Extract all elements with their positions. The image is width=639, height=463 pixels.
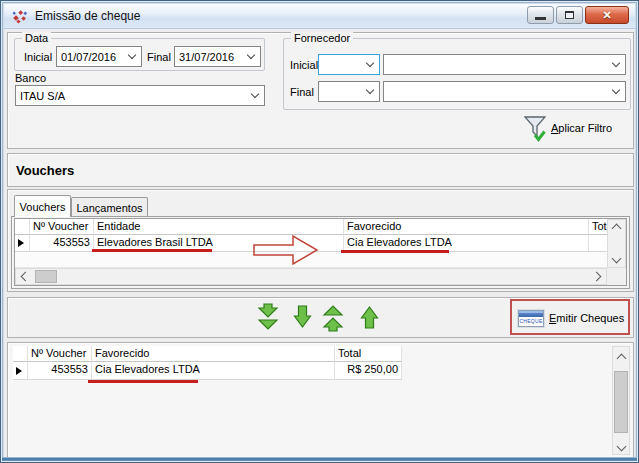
- emitir-cheques-button[interactable]: CHEQUE Emitir Cheques: [518, 304, 624, 332]
- tab-vouchers[interactable]: Vouchers: [14, 195, 71, 217]
- scroll-left-icon[interactable]: [21, 272, 31, 282]
- cell-favorecido[interactable]: Cia Elevadores LTDA: [344, 235, 589, 252]
- data-final-combobox[interactable]: 31/07/2016: [174, 46, 261, 67]
- cheques-header-selector: [13, 346, 28, 362]
- cheques-row-selector-cell: [13, 362, 28, 380]
- move-all-up-button[interactable]: [322, 303, 344, 335]
- aplicar-filtro-button[interactable]: Aplicar Filtro: [524, 113, 612, 143]
- data-final-value: 31/07/2016: [179, 51, 234, 63]
- horizontal-scrollbar[interactable]: [15, 268, 607, 285]
- move-down-button[interactable]: [293, 304, 312, 333]
- data-final-label: Final: [147, 51, 171, 63]
- move-all-down-button[interactable]: [257, 303, 279, 335]
- vouchers-section-title: Vouchers: [16, 163, 74, 178]
- close-icon: ✕: [602, 10, 611, 21]
- fornecedor-final-label: Final: [290, 86, 314, 98]
- row-selector-icon: [16, 367, 22, 375]
- window-title: Emissão de cheque: [35, 4, 140, 29]
- chevron-down-icon[interactable]: [247, 50, 255, 58]
- emitir-cheques-label: Emitir Cheques: [549, 312, 624, 324]
- grid-header-selector: [15, 219, 30, 235]
- grid-empty-area: [15, 252, 607, 268]
- scrollbar-thumb[interactable]: [614, 371, 628, 433]
- arrow-down-icon: [293, 304, 312, 330]
- fornecedor-inicial-name-combobox[interactable]: [383, 54, 626, 75]
- data-group-legend: Data: [22, 32, 51, 44]
- cell-entidade[interactable]: Elevadores Brasil LTDA: [94, 235, 344, 252]
- chevron-down-icon[interactable]: [612, 85, 620, 93]
- title-bar[interactable]: Emissão de cheque ✕: [4, 4, 635, 29]
- minimize-icon: [535, 17, 546, 20]
- chevron-down-icon[interactable]: [612, 58, 620, 66]
- minimize-button[interactable]: [527, 6, 554, 24]
- close-button[interactable]: ✕: [585, 6, 629, 24]
- fornecedor-inicial-code-combobox[interactable]: [318, 54, 380, 75]
- banco-combobox[interactable]: ITAU S/A: [15, 85, 265, 106]
- tab-lancamentos[interactable]: Lançamentos: [71, 197, 148, 217]
- scroll-down-icon[interactable]: [612, 254, 622, 264]
- chevron-down-icon[interactable]: [251, 89, 259, 97]
- actions-band: CHEQUE Emitir Cheques: [7, 297, 634, 338]
- maximize-button[interactable]: [556, 6, 583, 24]
- cheques-panel: Nº Voucher Favorecido Total 453553 Cia E…: [7, 342, 634, 458]
- cell-voucher[interactable]: 453553: [30, 235, 94, 252]
- scroll-up-icon[interactable]: [617, 354, 627, 364]
- row-selector-cell: [15, 235, 30, 252]
- vertical-scrollbar[interactable]: [607, 219, 626, 268]
- cheque-icon: CHEQUE: [518, 310, 544, 327]
- cheques-cell-voucher[interactable]: 453553: [28, 362, 92, 380]
- scrollbar-corner: [607, 268, 626, 285]
- chevron-down-icon[interactable]: [366, 58, 374, 66]
- banco-value: ITAU S/A: [20, 90, 65, 102]
- data-group: Data Inicial 01/07/2016 Final 31/07/2016: [14, 38, 265, 71]
- fornecedor-inicial-label: Inicial: [290, 59, 318, 71]
- banco-label: Banco: [15, 72, 46, 84]
- data-inicial-combobox[interactable]: 01/07/2016: [56, 46, 142, 67]
- row-selector-icon: [18, 239, 24, 247]
- cheques-cell-total[interactable]: R$ 250,00: [335, 362, 402, 380]
- chevron-down-icon[interactable]: [366, 85, 374, 93]
- vouchers-panel: Vouchers Lançamentos Nº Voucher Entidade…: [7, 189, 634, 292]
- cell-total[interactable]: [589, 235, 607, 252]
- app-icon: [12, 9, 28, 25]
- cheques-header-voucher[interactable]: Nº Voucher: [28, 346, 92, 362]
- funnel-check-icon: [524, 114, 546, 142]
- arrow-up-icon: [360, 304, 379, 330]
- filter-panel: Data Inicial 01/07/2016 Final 31/07/2016…: [7, 32, 634, 149]
- scroll-right-icon[interactable]: [592, 272, 602, 282]
- chevron-down-icon[interactable]: [128, 50, 136, 58]
- move-up-button[interactable]: [360, 304, 379, 333]
- cheques-vertical-scrollbar[interactable]: [612, 346, 630, 455]
- cheques-header-total[interactable]: Total: [335, 346, 402, 362]
- vouchers-grid: Nº Voucher Entidade Favorecido Tota 4535…: [14, 218, 627, 286]
- double-arrow-up-icon: [322, 303, 344, 332]
- scrollbar-thumb[interactable]: [35, 270, 57, 283]
- grid-header-favorecido[interactable]: Favorecido: [344, 219, 589, 235]
- data-inicial-label: Inicial: [24, 51, 52, 63]
- double-arrow-down-icon: [257, 303, 279, 332]
- grid-header-total[interactable]: Tota: [589, 219, 607, 235]
- app-window: Emissão de cheque ✕ Data Inicial 01/07/2…: [0, 0, 639, 463]
- fornecedor-group-legend: Fornecedor: [291, 32, 353, 44]
- cheques-cell-favorecido[interactable]: Cia Elevadores LTDA: [92, 362, 335, 380]
- maximize-icon: [565, 11, 574, 19]
- cheques-header-favorecido[interactable]: Favorecido: [92, 346, 335, 362]
- grid-header-entidade[interactable]: Entidade: [94, 219, 344, 235]
- vouchers-tab-page: Nº Voucher Entidade Favorecido Tota 4535…: [11, 216, 630, 289]
- fornecedor-final-code-combobox[interactable]: [318, 81, 380, 102]
- fornecedor-final-name-combobox[interactable]: [383, 81, 626, 102]
- aplicar-filtro-label: Aplicar Filtro: [551, 122, 612, 134]
- data-inicial-value: 01/07/2016: [61, 51, 116, 63]
- vouchers-section-header: Vouchers: [7, 153, 634, 187]
- fornecedor-group: Fornecedor Inicial Final: [283, 38, 631, 110]
- scroll-up-icon[interactable]: [612, 224, 622, 234]
- grid-header-voucher[interactable]: Nº Voucher: [30, 219, 94, 235]
- scroll-down-icon[interactable]: [617, 442, 627, 452]
